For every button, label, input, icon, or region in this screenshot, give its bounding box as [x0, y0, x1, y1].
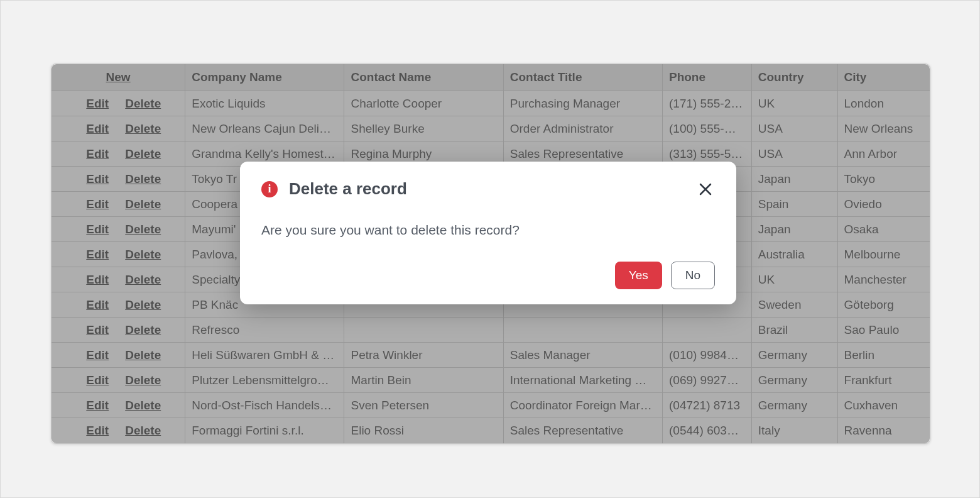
close-button[interactable]	[696, 180, 715, 199]
close-icon	[698, 182, 713, 197]
dialog-message: Are you sure you want to delete this rec…	[261, 223, 715, 238]
data-grid: New Company Name Contact Name Contact Ti…	[51, 64, 930, 444]
dialog-title: Delete a record	[289, 179, 696, 199]
yes-button[interactable]: Yes	[615, 262, 662, 289]
info-icon: i	[261, 181, 278, 197]
no-button[interactable]: No	[671, 262, 715, 289]
confirm-dialog: i Delete a record Are you sure you want …	[240, 162, 736, 304]
